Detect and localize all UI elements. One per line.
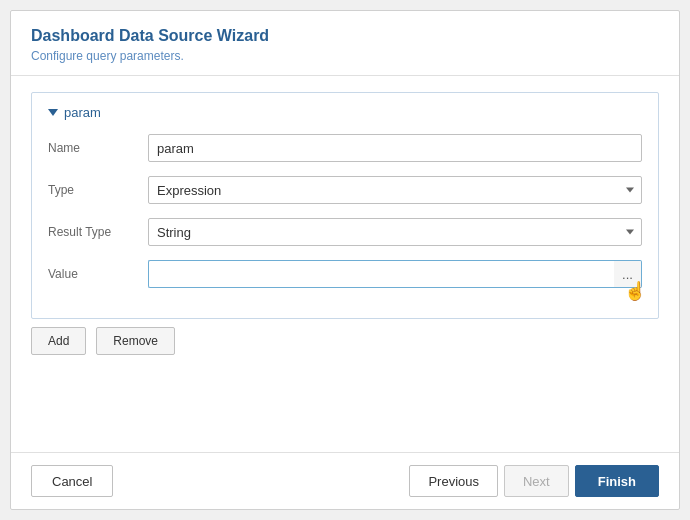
value-label: Value [48,267,148,281]
previous-button[interactable]: Previous [409,465,498,497]
param-label: param [64,105,101,120]
param-panel: param Name Type Expression Value Variabl… [31,92,659,319]
name-label: Name [48,141,148,155]
wizard-title: Dashboard Data Source Wizard [31,27,659,45]
name-row: Name [48,134,642,162]
value-wrapper: ... ☝ [148,260,642,288]
collapse-icon[interactable] [48,109,58,116]
wizard-container: Dashboard Data Source Wizard Configure q… [10,10,680,510]
cancel-button[interactable]: Cancel [31,465,113,497]
wizard-subtitle: Configure query parameters. [31,49,659,63]
add-button[interactable]: Add [31,327,86,355]
type-select-wrapper: Expression Value Variable [148,176,642,204]
footer-right: Previous Next Finish [409,465,659,497]
type-row: Type Expression Value Variable [48,176,642,204]
param-header: param [48,105,642,120]
result-type-select[interactable]: String Integer Boolean Date [148,218,642,246]
name-input[interactable] [148,134,642,162]
value-input[interactable] [148,260,614,288]
result-type-row: Result Type String Integer Boolean Date [48,218,642,246]
action-row: Add Remove [31,327,659,355]
type-label: Type [48,183,148,197]
ellipsis-icon: ... [622,267,633,282]
wizard-body: param Name Type Expression Value Variabl… [11,76,679,452]
result-type-label: Result Type [48,225,148,239]
value-browse-button[interactable]: ... [614,260,642,288]
wizard-footer: Cancel Previous Next Finish [11,452,679,509]
wizard-header: Dashboard Data Source Wizard Configure q… [11,11,679,76]
type-select[interactable]: Expression Value Variable [148,176,642,204]
next-button[interactable]: Next [504,465,569,497]
result-type-select-wrapper: String Integer Boolean Date [148,218,642,246]
value-row: Value ... ☝ [48,260,642,288]
finish-button[interactable]: Finish [575,465,659,497]
remove-button[interactable]: Remove [96,327,175,355]
